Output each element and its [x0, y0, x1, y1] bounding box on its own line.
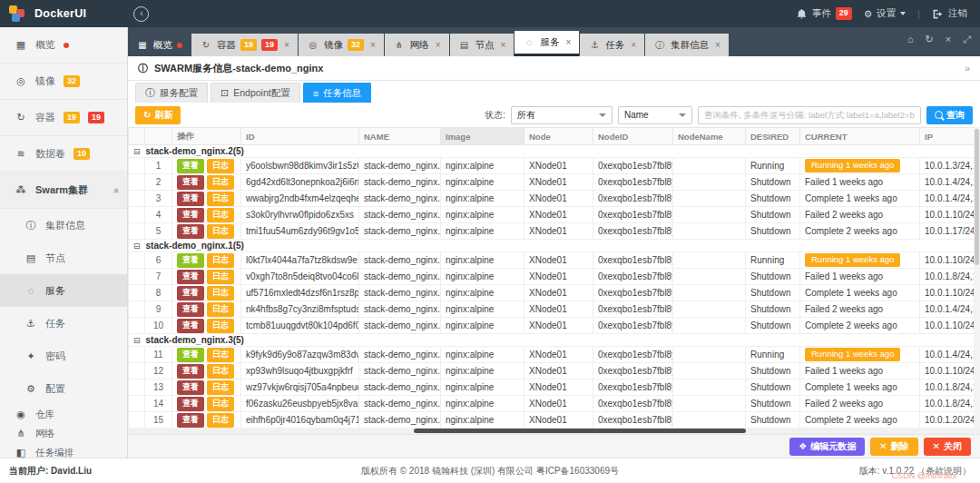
close-tab-icon[interactable]: ×: [501, 40, 506, 50]
close-button[interactable]: ✕ 关闭: [924, 438, 971, 456]
view-button[interactable]: 查看: [177, 380, 204, 395]
view-button[interactable]: 查看: [177, 413, 204, 428]
tab-nodes[interactable]: ▤节点×: [450, 34, 514, 56]
subtab-service-config[interactable]: ⓘ服务配置: [135, 83, 208, 103]
collapse-group-icon[interactable]: ⊟: [133, 242, 141, 251]
tab-services[interactable]: ◌服务×: [514, 31, 579, 56]
column-header[interactable]: [129, 128, 145, 145]
logs-button[interactable]: 日志: [207, 175, 234, 190]
sidebar-item-containers[interactable]: ↻容器1919: [0, 100, 127, 136]
column-header-node[interactable]: Node: [524, 128, 593, 145]
logs-button[interactable]: 日志: [207, 364, 234, 379]
logs-button[interactable]: 日志: [207, 319, 234, 333]
sidebar-item-nodes[interactable]: ▤节点: [0, 242, 127, 274]
sidebar-item-secrets[interactable]: ✦密码: [0, 340, 127, 372]
close-tab-icon[interactable]: ×: [436, 40, 441, 50]
sidebar-collapse-icon[interactable]: ‹: [133, 6, 149, 22]
view-button[interactable]: 查看: [177, 302, 204, 317]
logs-button[interactable]: 日志: [207, 270, 234, 284]
vertical-scrollbar-thumb[interactable]: [975, 129, 979, 265]
column-header-desired[interactable]: DESIRED: [746, 128, 800, 145]
view-button[interactable]: 查看: [177, 208, 204, 222]
view-button[interactable]: 查看: [177, 224, 204, 239]
view-button[interactable]: 查看: [177, 319, 204, 333]
view-button[interactable]: 查看: [177, 270, 204, 284]
refresh-button[interactable]: ↻ 刷新: [135, 106, 181, 124]
view-button[interactable]: 查看: [177, 175, 204, 190]
search-input[interactable]: [698, 106, 921, 124]
search-button[interactable]: 查询: [926, 106, 973, 124]
logs-button[interactable]: 日志: [207, 413, 234, 428]
tab-images[interactable]: ◎镜像32×: [299, 34, 384, 56]
collapse-chevron-icon[interactable]: «: [112, 187, 122, 192]
tab-cluster-info[interactable]: ⓘ集群信息×: [645, 34, 729, 56]
settings-menu-item[interactable]: ⚙ 设置: [864, 7, 906, 20]
view-button[interactable]: 查看: [177, 286, 204, 301]
sidebar-item-swarm-cluster[interactable]: ⁂Swarm集群«: [0, 172, 127, 209]
logs-button[interactable]: 日志: [207, 224, 234, 239]
view-button[interactable]: 查看: [177, 348, 204, 362]
logs-button[interactable]: 日志: [207, 286, 234, 301]
subtab-endpoint-config[interactable]: ⊡Endpoint配置: [211, 83, 300, 103]
column-header-nodeid[interactable]: NodeID: [593, 128, 673, 145]
tab-network[interactable]: ⋔网络×: [385, 34, 449, 56]
close-tab-icon[interactable]: ×: [715, 40, 720, 50]
close-icon[interactable]: ×: [946, 34, 951, 44]
collapse-group-icon[interactable]: ⊟: [133, 147, 141, 156]
tab-tasks[interactable]: ⚓任务×: [580, 34, 644, 56]
events-menu-item[interactable]: 事件 29: [796, 7, 852, 20]
field-select[interactable]: Name: [618, 106, 692, 124]
logout-menu-item[interactable]: 注销: [932, 7, 967, 20]
delete-button[interactable]: ✕ 删除: [870, 438, 917, 456]
column-header-id[interactable]: ID: [241, 128, 359, 145]
logs-button[interactable]: 日志: [207, 253, 234, 268]
logs-button[interactable]: 日志: [207, 208, 234, 222]
status-select[interactable]: 所有: [511, 106, 612, 124]
close-tab-icon[interactable]: ×: [370, 40, 376, 50]
sidebar-bottom-nav: ◉仓库⋔网络◧任务编排: [0, 405, 127, 464]
panel-collapse-icon[interactable]: »: [965, 63, 970, 74]
logs-button[interactable]: 日志: [207, 192, 234, 206]
sidebar-item-configs[interactable]: ⚙配置: [0, 372, 127, 405]
vertical-scrollbar[interactable]: [974, 127, 980, 428]
close-tab-icon[interactable]: ×: [631, 40, 636, 50]
view-button[interactable]: 查看: [177, 192, 204, 206]
horizontal-scrollbar-thumb[interactable]: [414, 429, 746, 433]
home-icon[interactable]: ⌂: [907, 34, 914, 44]
sidebar-item-network[interactable]: ⋔网络: [0, 424, 127, 443]
view-button[interactable]: 查看: [177, 159, 204, 173]
sidebar-item-images[interactable]: ◎镜像32: [0, 64, 127, 100]
sidebar-item-overview[interactable]: ▦概览: [0, 27, 127, 64]
edit-metadata-button[interactable]: ❖ 编辑元数据: [789, 438, 865, 456]
column-header-nodename[interactable]: NodeName: [673, 128, 746, 145]
column-header-name[interactable]: NAME: [359, 128, 441, 145]
expand-icon[interactable]: ⤢: [963, 34, 971, 44]
column-header-current[interactable]: CURRENT: [800, 128, 920, 145]
column-header-ip[interactable]: IP: [920, 128, 975, 145]
sidebar-item-cluster-info[interactable]: ⓘ集群信息: [0, 209, 127, 242]
sidebar-item-registry[interactable]: ◉仓库: [0, 405, 127, 424]
view-button[interactable]: 查看: [177, 364, 204, 379]
refresh-icon[interactable]: ↻: [926, 34, 934, 44]
tab-containers[interactable]: ↻容器1919×: [191, 34, 298, 56]
tab-overview[interactable]: ▦概览: [128, 34, 191, 56]
view-button[interactable]: 查看: [177, 253, 204, 268]
logs-button[interactable]: 日志: [207, 380, 234, 395]
collapse-group-icon[interactable]: ⊟: [133, 336, 141, 345]
sidebar-item-volumes[interactable]: ≋数据卷10: [0, 136, 127, 172]
sidebar-item-tasks[interactable]: ⚓任务: [0, 307, 127, 340]
horizontal-scrollbar[interactable]: [128, 428, 980, 434]
subtab-task-info[interactable]: ≡任务信息: [303, 83, 371, 103]
column-header-image[interactable]: Image: [441, 128, 524, 145]
sidebar-item-services[interactable]: ◌服务: [0, 274, 127, 307]
logs-button[interactable]: 日志: [207, 348, 234, 362]
close-tab-icon[interactable]: ×: [284, 40, 289, 50]
close-tab-icon[interactable]: ×: [565, 37, 571, 47]
ip-cell: 10.0.1.8/24,10.0: [920, 269, 975, 285]
logs-button[interactable]: 日志: [207, 159, 234, 173]
view-button[interactable]: 查看: [177, 397, 204, 411]
logs-button[interactable]: 日志: [207, 302, 234, 317]
column-header-操作[interactable]: 操作: [172, 128, 241, 145]
column-header[interactable]: [145, 128, 172, 145]
logs-button[interactable]: 日志: [207, 397, 234, 411]
